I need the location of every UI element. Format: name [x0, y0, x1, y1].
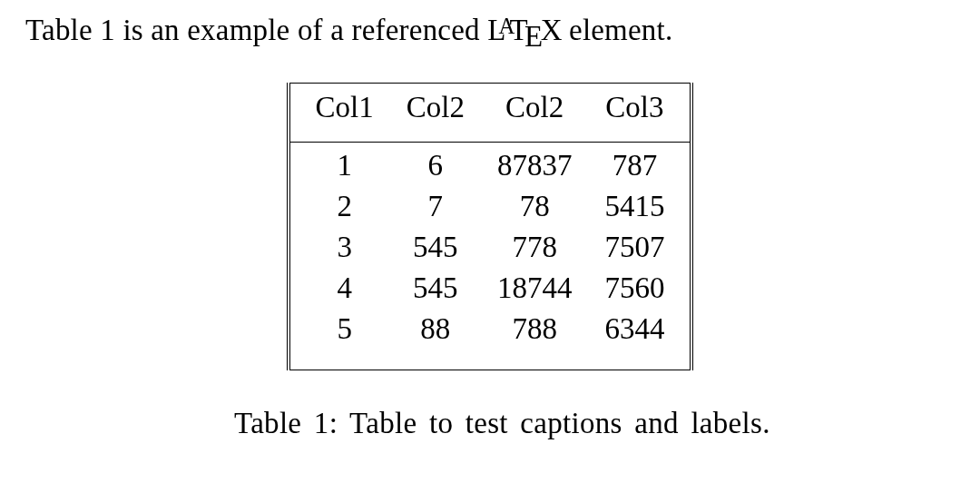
table-row: 4 545 18744 7560 [289, 268, 692, 309]
table-header-cell: Col2 [481, 83, 589, 126]
table-cell: 7 [390, 186, 481, 227]
intro-suffix: element. [562, 14, 673, 46]
table-cell: 1 [289, 145, 390, 186]
table-rule [289, 126, 692, 143]
table-cell: 18744 [481, 268, 589, 309]
table-caption: Table 1: Table to test captions and labe… [25, 407, 955, 440]
table-row: 5 88 788 6344 [289, 309, 692, 370]
table-cell: 545 [390, 268, 481, 309]
table-cell: 5415 [588, 186, 691, 227]
table-cell: 3 [289, 227, 390, 268]
table-cell: 6344 [588, 309, 691, 370]
intro-prefix: Table 1 is an example of a referenced [25, 14, 487, 46]
table-cell: 7560 [588, 268, 691, 309]
table-row: 2 7 78 5415 [289, 186, 692, 227]
table-header-row: Col1 Col2 Col2 Col3 [289, 83, 692, 126]
table-row: 3 545 778 7507 [289, 227, 692, 268]
table-header-cell: Col3 [588, 83, 691, 126]
table-cell: 87837 [481, 145, 589, 186]
table-cell: 7507 [588, 227, 691, 268]
table-cell: 2 [289, 186, 390, 227]
latex-logo: LATEX [487, 11, 561, 50]
table-cell: 88 [390, 309, 481, 370]
table-cell: 778 [481, 227, 589, 268]
intro-sentence: Table 1 is an example of a referenced LA… [25, 11, 955, 50]
caption-text: Table to test captions and labels. [349, 407, 770, 439]
table-cell: 5 [289, 309, 390, 370]
table-header-cell: Col1 [289, 83, 390, 126]
table-header-cell: Col2 [390, 83, 481, 126]
table-cell: 78 [481, 186, 589, 227]
caption-label: Table 1: [234, 407, 338, 439]
table-row: 1 6 87837 787 [289, 145, 692, 186]
table-cell: 788 [481, 309, 589, 370]
table-cell: 545 [390, 227, 481, 268]
example-table: Col1 Col2 Col2 Col3 1 6 87837 787 2 7 78… [287, 83, 694, 370]
table-cell: 787 [588, 145, 691, 186]
table-cell: 6 [390, 145, 481, 186]
table-cell: 4 [289, 268, 390, 309]
table-container: Col1 Col2 Col2 Col3 1 6 87837 787 2 7 78… [25, 83, 955, 370]
